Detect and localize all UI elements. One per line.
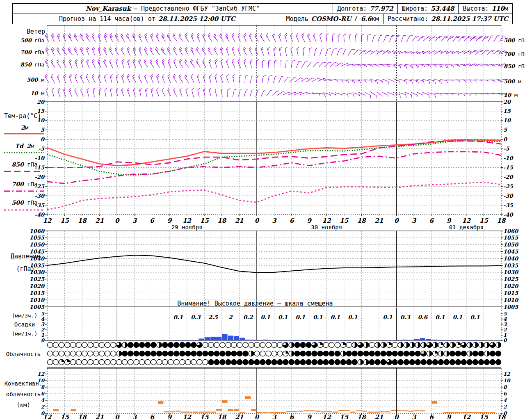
pressure-tick-left: 1005 — [30, 304, 45, 310]
pressure-tick-right: 1045 — [503, 249, 518, 255]
convective-mark — [298, 411, 303, 412]
conv-tick-right: 12 — [503, 371, 511, 377]
cloud-circle-fill — [452, 342, 455, 347]
time-tick-label-bottom: 18 — [357, 413, 366, 420]
cloud-circle — [404, 359, 409, 365]
cloud-circle — [237, 351, 242, 356]
wind-barb — [428, 65, 437, 68]
wind-barbs — [44, 33, 507, 98]
time-tick-label-bottom: 0 — [115, 413, 120, 420]
wind-barb — [361, 34, 364, 42]
precip-bar — [286, 340, 291, 340]
cloud-circle — [472, 359, 478, 365]
cloud-circle — [128, 351, 133, 356]
wind-barb — [307, 33, 313, 42]
convective-mark — [245, 396, 251, 399]
cloud-circle-fill — [366, 342, 369, 347]
convective-label-3: (км) — [16, 402, 30, 408]
convective-mark — [402, 410, 408, 411]
cloud-circle — [162, 342, 168, 347]
cloud-circle — [272, 351, 277, 356]
pressure-tick-right: 1055 — [503, 235, 518, 241]
cloud-circle — [168, 359, 173, 365]
wind-barb — [343, 48, 347, 56]
cloud-circle — [105, 342, 110, 347]
wind-barb — [482, 35, 489, 43]
cloud-circle — [495, 351, 501, 356]
wind-barb — [173, 47, 179, 55]
cloud-circle — [53, 359, 58, 365]
temp-tick-right: -30 — [503, 193, 514, 199]
cloud-circle — [300, 342, 306, 347]
temperature-panel-title: Тем-ра(°C) — [4, 112, 41, 120]
precip-bar — [466, 340, 472, 340]
convective-mark — [269, 412, 274, 413]
time-tick-label: 15 — [60, 217, 69, 224]
precip-3h-value: 0.1 — [278, 314, 288, 320]
wind-barb — [331, 48, 337, 56]
cloud-circle — [237, 359, 242, 365]
wind-barb — [160, 47, 168, 55]
cloud-circle-fill — [62, 359, 64, 362]
cloud-circle — [249, 359, 254, 365]
cloud-circle — [317, 351, 323, 356]
wind-barb — [185, 47, 191, 55]
wind-panel-title: Ветер — [27, 28, 45, 35]
cloud-circle-fill — [343, 342, 346, 345]
wind-barb — [80, 74, 86, 83]
legend-label-850 гПа: 850 гПа — [12, 161, 38, 168]
convective-label-2: облачность — [6, 391, 41, 397]
convective-mark — [420, 410, 425, 411]
convective-mark — [408, 411, 413, 412]
cloud-circle — [151, 359, 156, 365]
cloud-circle — [88, 359, 93, 365]
wind-barb — [62, 47, 68, 55]
cloud-circle — [220, 351, 225, 356]
wind-level-label-right: 850 гПа — [504, 63, 525, 69]
wind-barb — [190, 74, 196, 83]
wind-barb — [121, 74, 126, 83]
wind-barb — [285, 60, 288, 68]
cloud-circle — [180, 351, 185, 356]
cloud-circle — [490, 351, 495, 356]
wind-barb — [203, 74, 208, 83]
precip-label-title: Осадки — [14, 321, 35, 328]
wind-barb — [457, 64, 466, 68]
wind-barb — [209, 88, 214, 96]
cloud-circle — [53, 342, 58, 347]
wind-barb — [166, 33, 173, 41]
convective-mark — [455, 412, 460, 413]
cloud-circle — [116, 359, 122, 365]
time-tick-label-bottom: 9 — [307, 413, 312, 420]
wind-barb — [435, 35, 443, 43]
wind-barb — [120, 47, 127, 55]
wind-barb — [57, 74, 62, 83]
cloud-circle — [82, 359, 87, 365]
convective-mark — [164, 411, 169, 413]
precip-label-3h: (мм/3ч.) — [12, 313, 38, 319]
wind-barb — [93, 88, 97, 96]
precip-bar — [187, 340, 192, 340]
precip-bar — [443, 340, 449, 340]
precip-bar — [431, 340, 437, 340]
precip-3h-value: 0.2 — [243, 314, 253, 320]
convective-mark — [292, 411, 297, 412]
cloud-circle — [145, 342, 151, 347]
cloud-circle — [329, 342, 334, 347]
convective-mark — [414, 410, 420, 411]
cloud-circle-fill — [475, 342, 478, 347]
wind-barb — [301, 60, 308, 69]
wind-barb — [243, 33, 249, 42]
time-tick-label-bottom: 6 — [150, 413, 155, 420]
wind-barb — [463, 80, 472, 83]
cloud-circle — [226, 342, 231, 347]
cloud-circle-fill — [470, 351, 472, 356]
cloud-circle — [139, 351, 145, 356]
wind-barb — [303, 47, 306, 56]
time-tick-label-bottom: 9 — [167, 413, 172, 420]
pressure-tick-left: 1015 — [30, 290, 45, 296]
time-tick-label-bottom: 18 — [78, 413, 87, 420]
cloud-circle — [168, 342, 173, 347]
cloud-circle — [272, 342, 277, 347]
wind-barb — [386, 79, 395, 85]
